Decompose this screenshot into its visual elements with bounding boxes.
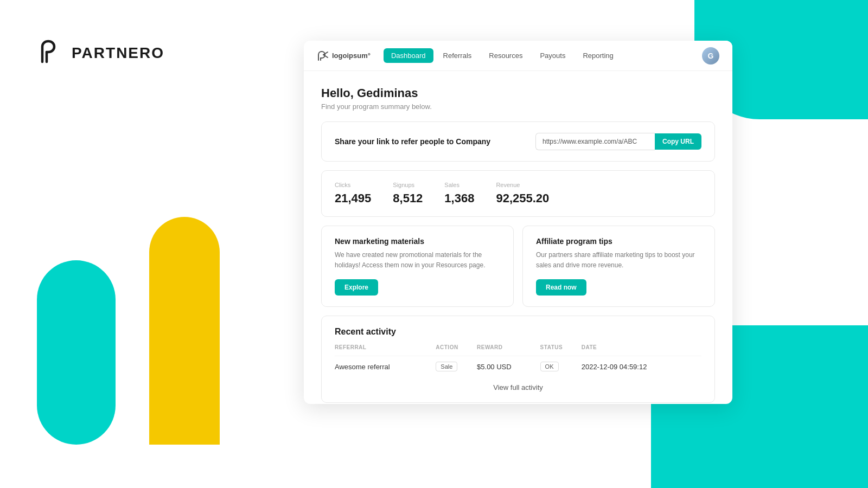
col-status: Status xyxy=(540,344,582,356)
share-url-input[interactable] xyxy=(535,133,655,150)
view-full-activity-link[interactable]: View full activity xyxy=(335,383,701,391)
nav-items: Dashboard Referrals Resources Payouts Re… xyxy=(384,48,702,63)
info-card-marketing-title: New marketing materials xyxy=(335,237,500,246)
stats-card: Clicks 21,495 Signups 8,512 Sales 1,368 … xyxy=(321,170,715,217)
info-cards-row: New marketing materials We have created … xyxy=(321,226,715,307)
stat-clicks-value: 21,495 xyxy=(335,191,371,206)
activity-title: Recent activity xyxy=(335,327,701,337)
col-referral: Referral xyxy=(335,344,436,356)
action-badge: Sale xyxy=(436,362,457,371)
brand-name: PARTNERO xyxy=(72,44,164,62)
activity-table: Referral Action Reward Status Date Aweso… xyxy=(335,344,701,377)
info-card-affiliate: Affiliate program tips Our partners shar… xyxy=(522,226,715,307)
row-date: 2022-12-09 04:59:12 xyxy=(582,356,701,377)
row-referral: Awesome referral xyxy=(335,356,436,377)
stat-sales-label: Sales xyxy=(444,182,474,188)
stat-signups-label: Signups xyxy=(393,182,423,188)
stat-sales-value: 1,368 xyxy=(444,191,474,206)
nav-logo-icon xyxy=(317,50,329,62)
status-badge: OK xyxy=(540,362,559,371)
copy-url-button[interactable]: Copy URL xyxy=(655,133,701,150)
stat-sales: Sales 1,368 xyxy=(444,182,474,206)
info-card-affiliate-title: Affiliate program tips xyxy=(536,237,701,246)
col-reward: Reward xyxy=(477,344,540,356)
brand-logo: PARTNERO xyxy=(37,39,164,67)
stat-signups: Signups 8,512 xyxy=(393,182,423,206)
info-card-marketing: New marketing materials We have created … xyxy=(321,226,514,307)
share-label: Share your link to refer people to Compa… xyxy=(335,137,490,146)
bg-decoration-left-teal xyxy=(37,260,116,445)
stat-signups-value: 8,512 xyxy=(393,191,423,206)
stat-clicks-label: Clicks xyxy=(335,182,371,188)
navbar: logoipsum° Dashboard Referrals Resources… xyxy=(304,41,732,71)
activity-card: Recent activity Referral Action Reward S… xyxy=(321,316,715,403)
read-now-button[interactable]: Read now xyxy=(536,279,586,296)
info-card-marketing-text: We have created new promotional material… xyxy=(335,250,500,271)
stat-revenue-value: 92,255.20 xyxy=(496,191,549,206)
nav-item-payouts[interactable]: Payouts xyxy=(532,48,573,63)
col-action: Action xyxy=(436,344,477,356)
info-card-affiliate-text: Our partners share affiliate marketing t… xyxy=(536,250,701,271)
brand-logo-icon xyxy=(37,39,65,67)
row-status: OK xyxy=(540,356,582,377)
nav-logo: logoipsum° xyxy=(317,50,371,62)
share-link-card: Share your link to refer people to Compa… xyxy=(321,121,715,162)
app-window: logoipsum° Dashboard Referrals Resources… xyxy=(304,41,732,404)
stat-revenue: Revenue 92,255.20 xyxy=(496,182,549,206)
avatar[interactable]: G xyxy=(702,47,719,65)
explore-button[interactable]: Explore xyxy=(335,279,378,296)
stat-revenue-label: Revenue xyxy=(496,182,549,188)
main-content: Hello, Gediminas Find your program summa… xyxy=(304,71,732,404)
nav-item-reporting[interactable]: Reporting xyxy=(575,48,621,63)
share-url-group: Copy URL xyxy=(535,133,701,150)
nav-item-referrals[interactable]: Referrals xyxy=(436,48,480,63)
nav-logo-text: logoipsum° xyxy=(332,52,371,60)
row-reward: $5.00 USD xyxy=(477,356,540,377)
page-greeting: Hello, Gediminas xyxy=(321,86,715,100)
nav-item-dashboard[interactable]: Dashboard xyxy=(384,48,433,63)
bg-decoration-left-yellow xyxy=(149,217,220,445)
col-date: Date xyxy=(582,344,701,356)
table-row: Awesome referral Sale $5.00 USD OK 2022-… xyxy=(335,356,701,377)
row-action: Sale xyxy=(436,356,477,377)
nav-item-resources[interactable]: Resources xyxy=(481,48,530,63)
page-subtitle: Find your program summary below. xyxy=(321,102,715,111)
stat-clicks: Clicks 21,495 xyxy=(335,182,371,206)
